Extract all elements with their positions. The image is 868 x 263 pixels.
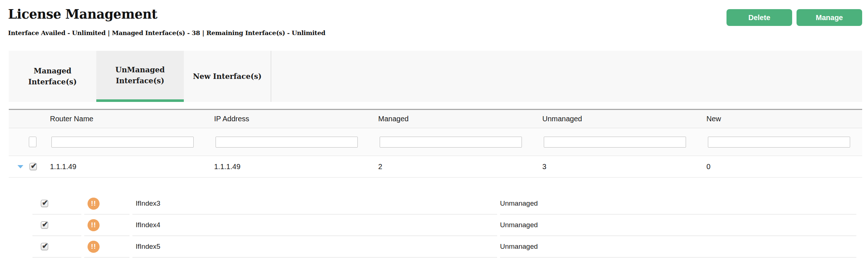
interface-status: Unmanaged: [500, 236, 856, 258]
interface-name: IfIndex4: [132, 214, 497, 236]
tab-unmanaged-interfaces[interactable]: UnManaged Interface(s): [96, 51, 184, 102]
tab-new-interfaces[interactable]: New Interface(s): [184, 51, 271, 102]
interface-checkbox[interactable]: [41, 221, 48, 229]
page-header: License Management Interface Availed - U…: [8, 0, 862, 44]
interface-status-icon-cell: !!: [84, 193, 129, 214]
unmanaged-count-cell: 3: [542, 163, 706, 171]
manage-button[interactable]: Manage: [797, 9, 862, 26]
router-name-cell: 1.1.1.49: [49, 163, 213, 171]
interface-status: Unmanaged: [500, 214, 856, 236]
table-header-row: Router Name IP Address Managed Unmanaged…: [9, 109, 862, 128]
column-header-managed: Managed: [377, 115, 542, 123]
ip-address-filter-input[interactable]: [216, 137, 358, 148]
warning-icon: !!: [88, 241, 100, 253]
interface-list: !! IfIndex3 Unmanaged !! IfIndex4 Unmana…: [32, 193, 856, 258]
router-name-filter-input[interactable]: [51, 137, 194, 148]
delete-button[interactable]: Delete: [726, 9, 792, 26]
interface-status: Unmanaged: [500, 193, 856, 214]
router-row-checkbox[interactable]: [30, 163, 37, 170]
interface-checkbox[interactable]: [41, 200, 48, 207]
managed-filter-input[interactable]: [380, 137, 522, 148]
interface-tabs: Managed Interface(s) UnManaged Interface…: [9, 51, 862, 102]
filter-row: [9, 128, 862, 156]
tab-managed-interfaces[interactable]: Managed Interface(s): [9, 51, 96, 102]
column-header-new: New: [706, 115, 862, 123]
managed-count-cell: 2: [377, 163, 542, 171]
router-row: 1.1.1.49 1.1.1.49 2 3 0: [9, 156, 862, 178]
interface-row-checkbox-cell: [32, 236, 81, 258]
interfaces-table: Router Name IP Address Managed Unmanaged…: [9, 109, 862, 258]
unmanaged-filter-input[interactable]: [544, 137, 686, 148]
header-buttons: Delete Manage: [726, 9, 862, 26]
ip-address-cell: 1.1.1.49: [213, 163, 377, 171]
interface-checkbox[interactable]: [41, 243, 48, 250]
select-all-checkbox[interactable]: [29, 137, 36, 147]
warning-icon: !!: [88, 219, 100, 231]
page-title: License Management: [8, 7, 157, 22]
interface-name: IfIndex3: [132, 193, 497, 214]
collapse-row-caret-icon[interactable]: [18, 165, 23, 168]
license-summary: Interface Availed - Unlimited | Managed …: [8, 29, 325, 37]
new-count-cell: 0: [706, 163, 862, 171]
column-header-router-name: Router Name: [49, 115, 213, 123]
interface-row-checkbox-cell: [32, 193, 81, 214]
warning-icon: !!: [88, 198, 100, 210]
interface-status-icon-cell: !!: [84, 214, 129, 236]
interface-status-icon-cell: !!: [84, 236, 129, 258]
interface-row-checkbox-cell: [32, 214, 81, 236]
interface-name: IfIndex5: [132, 236, 497, 258]
column-header-unmanaged: Unmanaged: [542, 115, 706, 123]
new-filter-input[interactable]: [708, 137, 850, 148]
column-header-ip-address: IP Address: [213, 115, 377, 123]
